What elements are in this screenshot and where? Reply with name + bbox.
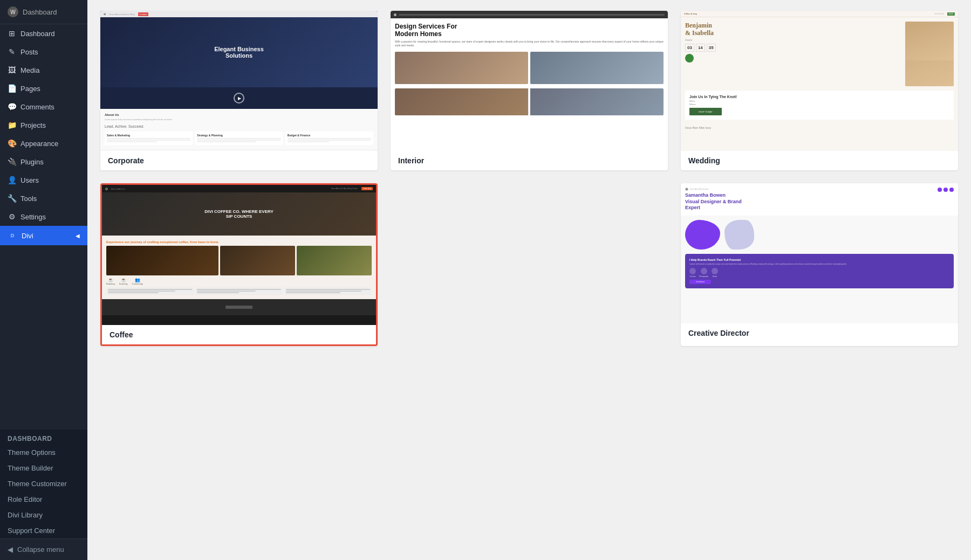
preview-rsvp-btn: RSVP TODAY	[689, 108, 722, 115]
sidebar-item-settings[interactable]: ⚙ Settings	[0, 208, 87, 226]
sidebar-item-label: Comments	[20, 103, 54, 111]
preview-green-dot	[685, 54, 694, 63]
preview-photo	[905, 22, 954, 86]
sidebar-item-divi[interactable]: D Divi ◀	[0, 226, 87, 245]
preview-hero-text: DIVI COFFEE CO. WHERE EVERYSIP COUNTS	[204, 209, 273, 219]
template-label-interior: Interior	[391, 151, 668, 170]
date-block-3: 35	[707, 44, 716, 52]
preview-tagline: Lead. Achive. Succeed.	[105, 125, 373, 128]
divi-submenu: Dashboard Theme Options Theme Builder Th…	[0, 430, 87, 538]
empty-slot	[391, 183, 668, 346]
sidebar-item-users[interactable]: 👤 Users	[0, 171, 87, 189]
submenu-item-label: Theme Builder	[8, 464, 53, 472]
preview-nav: ⊙ Home About Services Blog Contact	[100, 11, 378, 17]
date-block-1: 03	[685, 44, 694, 52]
preview-header: Home About Blog Contact Samantha BowenVi…	[681, 183, 958, 216]
users-icon: 👤	[8, 176, 16, 184]
preview-img-2	[220, 246, 295, 275]
sidebar-item-label: Posts	[20, 48, 38, 56]
footer-bar	[225, 306, 252, 309]
sidebar-item-comments[interactable]: 💬 Comments	[0, 98, 87, 116]
submenu-item-theme-customizer[interactable]: Theme Customizer	[0, 476, 87, 492]
preview-logo: ⊙	[104, 12, 106, 16]
sidebar-item-media[interactable]: 🖼 Media	[0, 61, 87, 79]
site-title: Dashboard	[23, 8, 57, 16]
preview-col-1: Sales & Marketing	[105, 132, 193, 145]
template-label-corporate: Corporate	[100, 151, 378, 170]
submenu-item-label: Role Editor	[8, 495, 42, 503]
preview-img-3	[297, 246, 372, 275]
settings-icon: ⚙	[8, 212, 16, 221]
preview-col-2: Strategy & Planning	[195, 132, 283, 145]
preview-hero-text: Design Services ForModern Homes With a p…	[391, 18, 668, 52]
sidebar: W Dashboard ⊞ Dashboard ✎ Posts 🖼 Media …	[0, 0, 87, 560]
submenu-item-support-center[interactable]: Support Center	[0, 523, 87, 538]
template-card-coffee[interactable]: Divi Coffee Co. Home About Our Menu Blog…	[100, 183, 378, 346]
template-label-wedding: Wedding	[681, 151, 958, 170]
date-block-2: 14	[696, 44, 705, 52]
preview-video: ▶	[100, 87, 378, 109]
sidebar-nav: ⊞ Dashboard ✎ Posts 🖼 Media 📄 Pages 💬 Co…	[0, 24, 87, 430]
sidebar-item-pages[interactable]: 📄 Pages	[0, 79, 87, 98]
submenu-item-divi-library[interactable]: Divi Library	[0, 507, 87, 523]
sidebar-item-dashboard[interactable]: ⊞ Dashboard	[0, 24, 87, 43]
template-card-interior[interactable]: Design Services ForModern Homes With a p…	[391, 11, 668, 170]
rsvp-btn: RSVP	[947, 12, 955, 16]
preview-invite-details: WhenWhere	[689, 100, 949, 106]
preview-services-grid: Sales & Marketing Strategy & Planning	[105, 132, 373, 145]
sidebar-item-appearance[interactable]: 🎨 Appearance	[0, 134, 87, 153]
dot-3	[949, 188, 954, 192]
preview-logo-dot	[105, 188, 108, 190]
sidebar-item-projects[interactable]: 📁 Projects	[0, 116, 87, 134]
template-preview-corporate: ⊙ Home About Services Blog Contact Elega…	[100, 11, 378, 151]
template-card-corporate[interactable]: ⊙ Home About Services Blog Contact Elega…	[100, 11, 378, 170]
preview-caption: How Ben Met Izzy	[681, 124, 958, 132]
template-card-creative-director[interactable]: Home About Blog Contact Samantha BowenVi…	[681, 183, 958, 346]
col-1	[106, 287, 194, 295]
preview-about-text: Lorem ipsum dolor sit amet consectetur a…	[105, 118, 373, 121]
sidebar-item-label: Plugins	[20, 158, 44, 166]
preview-about-title: About Us	[105, 113, 373, 116]
preview-desc: With a passion for creating beautiful, f…	[395, 40, 664, 47]
sidebar-item-plugins[interactable]: 🔌 Plugins	[0, 153, 87, 171]
comments-icon: 💬	[8, 102, 16, 111]
sidebar-logo: W Dashboard	[0, 0, 87, 24]
preview-blobs	[681, 216, 958, 254]
preview-hero-text: Elegant BusinessSolutions	[214, 46, 264, 59]
main-content: ⊙ Home About Services Blog Contact Elega…	[87, 0, 971, 560]
preview-body-text: Experience our journey of crafting excep…	[106, 240, 372, 244]
appearance-icon: 🎨	[8, 139, 16, 148]
preview-text-cols	[106, 287, 372, 295]
sidebar-item-label: Projects	[20, 121, 46, 129]
submenu-item-role-editor[interactable]: Role Editor	[0, 492, 87, 507]
divi-icon: D	[8, 231, 17, 240]
collapse-label: Collapse menu	[17, 545, 64, 554]
submenu-item-theme-options[interactable]: Theme Options	[0, 445, 87, 460]
preview-text-col: Benjamin& Isabella Assisi 03 14 35	[685, 22, 902, 86]
media-icon: 🖼	[8, 66, 16, 74]
preview-img-4	[530, 88, 664, 115]
icon-3: 👥Community	[132, 278, 143, 285]
dashboard-icon: ⊞	[8, 29, 16, 38]
preview-nav: ⊙ Ben & Izzy 371 03 14 35 RSVP	[681, 11, 958, 17]
collapse-menu-button[interactable]: ◀ Collapse menu	[0, 538, 87, 560]
preview-title: Design Services ForModern Homes	[395, 23, 664, 38]
preview-services: Courses Photography Brand	[689, 268, 949, 278]
col-2	[195, 287, 283, 295]
sidebar-item-label: Settings	[20, 213, 46, 221]
sidebar-item-label: Divi	[22, 232, 33, 240]
preview-order-btn: Order Now	[361, 187, 373, 190]
service-1: Courses	[689, 268, 696, 278]
preview-hero: DIVI COFFEE CO. WHERE EVERYSIP COUNTS	[102, 192, 376, 236]
collapse-icon: ◀	[8, 545, 13, 554]
sidebar-item-posts[interactable]: ✎ Posts	[0, 43, 87, 61]
template-label-creative-director: Creative Director	[681, 323, 958, 343]
submenu-item-theme-builder[interactable]: Theme Builder	[0, 460, 87, 476]
wp-logo-icon: W	[8, 6, 18, 17]
template-card-wedding[interactable]: ⊙ Ben & Izzy 371 03 14 35 RSVP Benjamin&…	[681, 11, 958, 170]
sidebar-item-tools[interactable]: 🔧 Tools	[0, 189, 87, 208]
projects-icon: 📁	[8, 121, 16, 129]
tools-icon: 🔧	[8, 194, 16, 203]
preview-date-blocks: 03 14 35	[685, 44, 902, 52]
divi-arrow-icon: ◀	[76, 233, 80, 239]
